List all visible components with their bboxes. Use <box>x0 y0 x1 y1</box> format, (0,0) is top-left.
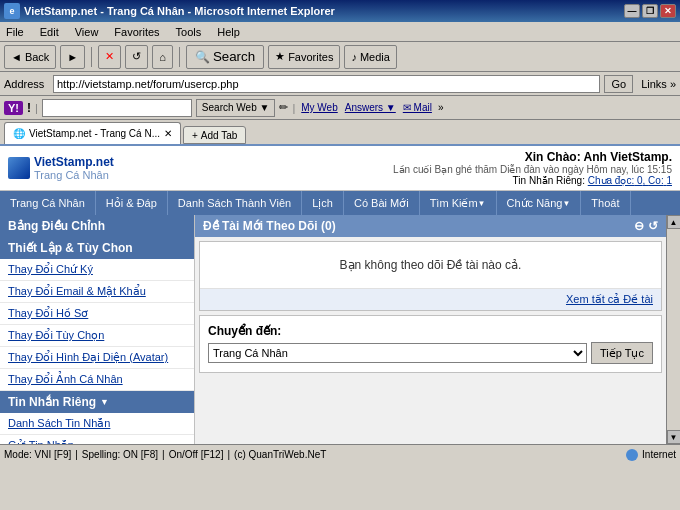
home-icon: ⌂ <box>159 51 166 63</box>
sidebar-item-anh-ca-nhan[interactable]: Thay Đổi Ảnh Cá Nhân <box>0 369 194 391</box>
section-refresh-icon[interactable]: ↺ <box>648 219 658 233</box>
menu-edit[interactable]: Edit <box>36 24 63 40</box>
sidebar-item-tuy-chon[interactable]: Thay Đổi Tùy Chọn <box>0 325 194 347</box>
status-separator2: | <box>162 449 165 460</box>
sidebar-item-gui-tin-nhan[interactable]: Gửi Tin Nhắn <box>0 435 194 444</box>
title-bar: e VietStamp.net - Trang Cá Nhân - Micros… <box>0 0 680 22</box>
browser-tab-main[interactable]: 🌐 VietStamp.net - Trang Cá N... ✕ <box>4 122 181 144</box>
star-icon: ★ <box>275 50 285 63</box>
yahoo-search-input[interactable] <box>42 99 192 117</box>
nav-trang-ca-nhan[interactable]: Trang Cá Nhân <box>0 191 96 215</box>
tab-title: VietStamp.net - Trang Cá N... <box>29 128 160 139</box>
media-button[interactable]: ♪ Media <box>344 45 396 69</box>
toolbar-separator2 <box>179 47 180 67</box>
scroll-up-button[interactable]: ▲ <box>667 215 681 229</box>
menu-tools[interactable]: Tools <box>172 24 206 40</box>
sidebar-item-chu-ky[interactable]: Thay Đổi Chứ Ký <box>0 259 194 281</box>
tab-icon: 🌐 <box>13 128 25 139</box>
links-button[interactable]: Links » <box>641 78 676 90</box>
yahoo-search-web-button[interactable]: Search Web ▼ <box>196 99 276 117</box>
home-button[interactable]: ⌂ <box>152 45 173 69</box>
status-spelling: Spelling: ON [F8] <box>82 449 158 460</box>
menu-view[interactable]: View <box>71 24 103 40</box>
menu-file[interactable]: File <box>2 24 28 40</box>
tin-nhan-text: Tin Nhắn Riêng: Chưa đọc: 0, Co: 1 <box>393 175 672 186</box>
minimize-button[interactable]: — <box>624 4 640 18</box>
tin-nhan-link[interactable]: Chưa đọc: 0, Co: 1 <box>588 175 672 186</box>
content-box: Bạn không theo dõi Đề tài nào cả. Xem tấ… <box>199 241 662 311</box>
menu-favorites[interactable]: Favorites <box>110 24 163 40</box>
nav-chuc-nang[interactable]: Chức Năng <box>497 191 582 215</box>
scroll-down-button[interactable]: ▼ <box>667 430 681 444</box>
nav-co-bai-moi[interactable]: Có Bài Mới <box>344 191 420 215</box>
nav-lich[interactable]: Lịch <box>302 191 344 215</box>
main-content: Đề Tài Mới Theo Dõi (0) ⊖ ↺ Bạn không th… <box>195 215 666 444</box>
forward-button[interactable]: ► <box>60 45 85 69</box>
go-button[interactable]: Go <box>604 75 633 93</box>
status-separator: | <box>75 449 78 460</box>
favorites-button[interactable]: ★ Favorites <box>268 45 340 69</box>
welcome-message: Xin Chào: Anh VietStamp. <box>393 150 672 164</box>
sidebar-item-danh-sach-tin-nhan[interactable]: Danh Sách Tin Nhắn <box>0 413 194 435</box>
toolbar-separator <box>91 47 92 67</box>
nav-hoi-dap[interactable]: Hỏi & Đáp <box>96 191 168 215</box>
search-button[interactable]: 🔍 Search <box>186 45 264 69</box>
stop-icon: ✕ <box>105 50 114 63</box>
tab-close-button[interactable]: ✕ <box>164 128 172 139</box>
sidebar-item-avatar[interactable]: Thay Đổi Hình Đại Diện (Avatar) <box>0 347 194 369</box>
nav-tim-kiem[interactable]: Tìm Kiếm <box>420 191 497 215</box>
add-tab-button[interactable]: + Add Tab <box>183 126 246 144</box>
status-copyright: (c) QuanTriWeb.NeT <box>234 449 326 460</box>
site-logo-text: VietStamp.net <box>34 155 114 169</box>
media-icon: ♪ <box>351 51 357 63</box>
redirect-select[interactable]: Trang Cá Nhân <box>208 343 587 363</box>
close-button[interactable]: ✕ <box>660 4 676 18</box>
yahoo-myweb-link[interactable]: My Web <box>299 102 340 113</box>
page-body: Bảng Điều Chỉnh Thiết Lập & Tùy Chon Tha… <box>0 215 680 444</box>
site-logo-icon <box>8 157 30 179</box>
refresh-icon: ↺ <box>132 50 141 63</box>
sidebar-item-email-mat-khau[interactable]: Thay Đổi Email & Mật Khẩu <box>0 281 194 303</box>
section-collapse-icon[interactable]: ⊖ <box>634 219 644 233</box>
status-zone: Internet <box>642 449 676 460</box>
search-icon: 🔍 <box>195 50 210 64</box>
yahoo-bar: Y! ! | Search Web ▼ ✏ | My Web Answers ▼… <box>0 96 680 120</box>
redirect-section: Chuyển đến: Trang Cá Nhân Tiếp Tục <box>199 315 662 373</box>
address-bar: Address Go Links » <box>0 72 680 96</box>
address-input[interactable] <box>53 75 600 93</box>
empty-message: Bạn không theo dõi Đề tài nào cả. <box>200 242 661 288</box>
yahoo-more-icon[interactable]: » <box>438 102 444 113</box>
see-all-link[interactable]: Xem tất cả Đề tài <box>566 293 653 305</box>
search-label: Search <box>213 49 255 64</box>
back-button[interactable]: ◄ ◄ Back Back <box>4 45 56 69</box>
sidebar-main-header: Bảng Điều Chỉnh <box>0 215 194 237</box>
redirect-button[interactable]: Tiếp Tục <box>591 342 653 364</box>
nav-bar: Trang Cá Nhân Hỏi & Đáp Danh Sách Thành … <box>0 191 680 215</box>
site-header: VietStamp.net Trang Cá Nhân Xin Chào: An… <box>0 146 680 191</box>
yahoo-exclaim: ! <box>27 101 31 115</box>
section-header: Đề Tài Mới Theo Dõi (0) ⊖ ↺ <box>195 215 666 237</box>
sidebar-item-ho-so[interactable]: Thay Đổi Hồ Sơ <box>0 303 194 325</box>
toolbar-separator4: | <box>292 102 295 114</box>
back-icon: ◄ <box>11 51 22 63</box>
toolbar-separator3: | <box>35 102 38 114</box>
restore-button[interactable]: ❐ <box>642 4 658 18</box>
status-onoff: On/Off [F12] <box>169 449 224 460</box>
ie-icon: e <box>4 3 20 19</box>
dropdown-icon: ▼ <box>100 397 109 407</box>
status-mode: Mode: VNI [F9] <box>4 449 71 460</box>
yahoo-mail-link[interactable]: ✉ Mail <box>401 102 434 113</box>
add-icon: + <box>192 130 198 141</box>
nav-thoat[interactable]: Thoát <box>581 191 630 215</box>
yahoo-answers-link[interactable]: Answers ▼ <box>343 102 398 113</box>
stop-button[interactable]: ✕ <box>98 45 121 69</box>
toolbar: ◄ ◄ Back Back ► ✕ ↺ ⌂ 🔍 Search ★ Favorit… <box>0 42 680 72</box>
redirect-label: Chuyển đến: <box>208 324 653 338</box>
forward-icon: ► <box>67 51 78 63</box>
section-title: Đề Tài Mới Theo Dõi (0) <box>203 219 336 233</box>
refresh-button[interactable]: ↺ <box>125 45 148 69</box>
nav-danh-sach-thanh-vien[interactable]: Danh Sách Thành Viên <box>168 191 302 215</box>
menu-help[interactable]: Help <box>213 24 244 40</box>
scroll-bar: ▲ ▼ <box>666 215 680 444</box>
content-area: VietStamp.net Trang Cá Nhân Xin Chào: An… <box>0 146 680 444</box>
